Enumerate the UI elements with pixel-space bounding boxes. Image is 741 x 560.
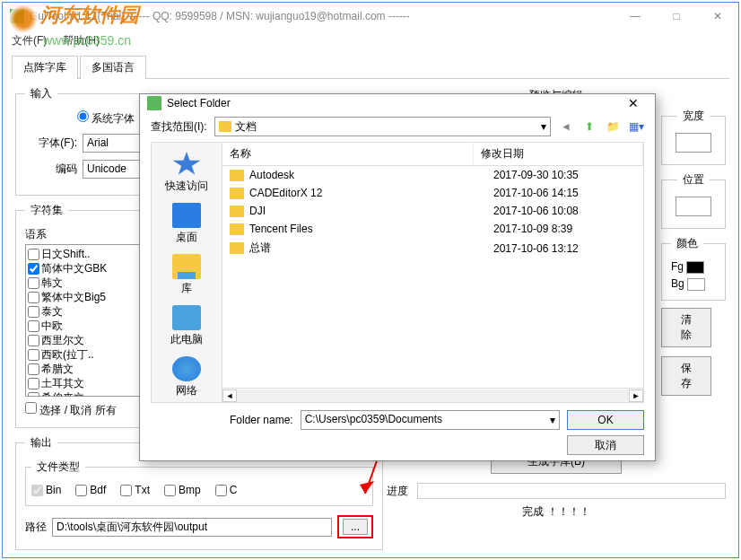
browse-button[interactable]: ... (343, 519, 368, 535)
dialog-close-button[interactable]: ✕ (619, 96, 648, 110)
lang-label: 语系 (25, 227, 142, 242)
sysfont-label: 系统字体 (92, 112, 135, 125)
file-row[interactable]: DJI2017-10-06 10:08 (222, 202, 643, 220)
app-icon (10, 9, 24, 23)
tab-bitmap-font[interactable]: 点阵字库 (12, 56, 78, 79)
folder-icon (230, 206, 244, 217)
progress-bar (417, 483, 726, 499)
foldername-label: Folder name: (230, 414, 293, 426)
lang-check-8[interactable] (28, 363, 39, 375)
path-input[interactable] (52, 518, 332, 537)
cancel-button[interactable]: 取消 (567, 435, 644, 455)
folder-icon (230, 188, 244, 199)
width-group: 宽度 (661, 109, 726, 165)
scroll-right-icon[interactable]: ► (629, 389, 643, 402)
window-title: GuiTool V1.11(Trial) ------ QQ: 9599598 … (30, 10, 615, 22)
dialog-titlebar: Select Folder ✕ (140, 94, 655, 111)
menubar: 文件(F) 帮助(H) (3, 30, 738, 51)
color-group: 颜色 Fg Bg (661, 236, 726, 301)
filetype-legend: 文件类型 (31, 459, 85, 475)
encoding-label: 编码 (25, 162, 77, 177)
file-row[interactable]: 总谱2017-10-06 13:12 (222, 238, 643, 258)
lang-check-7[interactable] (28, 349, 39, 361)
dialog-icon (147, 96, 161, 110)
lookin-label: 查找范围(I): (151, 119, 207, 135)
tab-multilang[interactable]: 多国语言 (80, 56, 146, 79)
file-row[interactable]: Tencent Files2017-10-09 8:39 (222, 220, 643, 238)
lang-check-1[interactable] (28, 263, 39, 275)
charset-legend: 字符集 (25, 203, 68, 218)
bdf-check[interactable] (75, 485, 87, 496)
width-box[interactable] (676, 133, 711, 153)
clear-button[interactable]: 清除 (661, 308, 711, 347)
menu-file[interactable]: 文件(F) (12, 33, 47, 48)
lang-check-0[interactable] (28, 249, 39, 260)
place-thispc[interactable]: 此电脑 (152, 302, 222, 351)
menu-help[interactable]: 帮助(H) (63, 33, 100, 48)
file-row[interactable]: Autodesk2017-09-30 10:35 (222, 166, 643, 184)
output-legend: 输出 (25, 435, 57, 451)
place-network[interactable]: 网络 (152, 353, 222, 402)
places-bar: 快速访问 桌面 库 此电脑 网络 (151, 142, 222, 403)
lookin-combo[interactable]: 文档 (214, 117, 551, 136)
bg-swatch[interactable] (687, 278, 705, 291)
lang-check-5[interactable] (28, 320, 39, 332)
place-library[interactable]: 库 (152, 250, 222, 300)
ok-button[interactable]: OK (567, 410, 644, 430)
tabs: 点阵字库 多国语言 (12, 55, 729, 79)
folder-icon (230, 170, 244, 181)
sysfont-radio[interactable] (77, 110, 89, 122)
language-listbox[interactable]: 日文Shift.. 简体中文GBK 韩文 繁体中文Big5 泰文 中欧 西里尔文… (25, 244, 142, 397)
folder-icon (230, 242, 244, 254)
folder-icon (230, 223, 244, 235)
foldername-input[interactable]: C:\Users\pc0359\Documents (301, 410, 560, 430)
save-button[interactable]: 保存 (661, 356, 711, 396)
back-icon[interactable]: ◄ (558, 118, 574, 135)
lang-check-4[interactable] (28, 306, 39, 318)
done-label: 完成 ！！！！ (387, 504, 726, 520)
c-check[interactable] (215, 485, 227, 496)
dialog-title: Select Folder (167, 97, 619, 109)
select-folder-dialog: Select Folder ✕ 查找范围(I): 文档 ◄ ⬆ 📁 ▦▾ 快速访… (139, 93, 656, 461)
browse-button-highlight: ... (337, 515, 373, 538)
input-legend: 输入 (25, 86, 57, 101)
file-row[interactable]: CADEditorX 122017-10-06 14:15 (222, 184, 643, 202)
view-icon[interactable]: ▦▾ (628, 118, 644, 135)
scroll-left-icon[interactable]: ◄ (222, 389, 237, 402)
lang-check-2[interactable] (28, 277, 39, 289)
maximize-button[interactable]: □ (656, 3, 697, 30)
file-list-header: 名称 修改日期 (222, 143, 643, 166)
select-all-label: 选择 / 取消 所有 (39, 404, 116, 416)
up-icon[interactable]: ⬆ (581, 118, 597, 135)
lang-check-10[interactable] (28, 392, 39, 398)
titlebar: GuiTool V1.11(Trial) ------ QQ: 9599598 … (3, 3, 738, 30)
lang-check-3[interactable] (28, 292, 39, 303)
bin-check (31, 485, 43, 496)
select-all-check[interactable] (25, 402, 37, 414)
folder-icon (219, 121, 231, 132)
newfolder-icon[interactable]: 📁 (605, 118, 621, 135)
progress-label: 进度 (387, 484, 408, 499)
col-date[interactable]: 修改日期 (474, 143, 643, 165)
close-button[interactable]: ✕ (697, 3, 738, 30)
minimize-button[interactable]: — (615, 3, 656, 30)
horizontal-scrollbar[interactable]: ◄ ► (222, 388, 643, 402)
bmp-check[interactable] (164, 485, 176, 496)
file-list: 名称 修改日期 Autodesk2017-09-30 10:35 CADEdit… (222, 142, 644, 403)
col-name[interactable]: 名称 (222, 143, 474, 165)
place-quick[interactable]: 快速访问 (152, 148, 222, 197)
place-desktop[interactable]: 桌面 (152, 199, 222, 249)
lang-check-6[interactable] (28, 335, 39, 346)
txt-check[interactable] (120, 485, 132, 496)
fg-swatch[interactable] (686, 261, 704, 274)
font-label: 字体(F): (25, 136, 77, 151)
path-label: 路径 (25, 520, 47, 535)
position-box[interactable] (676, 197, 711, 216)
lang-check-9[interactable] (28, 378, 39, 389)
position-group: 位置 (661, 172, 726, 229)
